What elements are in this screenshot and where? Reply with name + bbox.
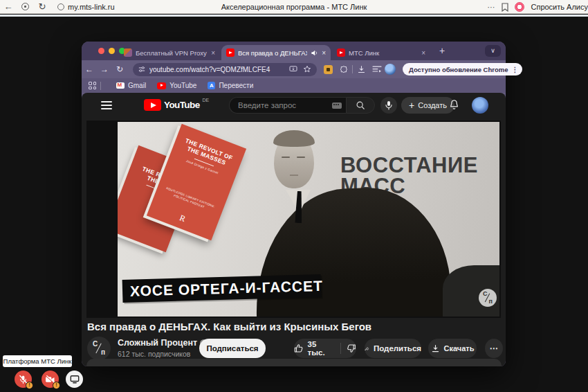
chrome-back-icon[interactable]: ← xyxy=(82,64,97,74)
tab-close-icon[interactable]: × xyxy=(421,49,425,57)
chrome-url[interactable]: youtube.com/watch?v=QDMZfMLCFE4 xyxy=(149,66,286,73)
outer-back-icon[interactable]: ← xyxy=(0,0,17,14)
search-icon xyxy=(356,100,365,110)
tab-label: Вся правда о ДЕНЬГАХ. xyxy=(238,49,307,57)
tab-youtube-video[interactable]: Вся правда о ДЕНЬГАХ. × xyxy=(221,45,331,60)
chrome-forward-icon[interactable]: → xyxy=(97,64,112,74)
more-actions-button[interactable]: ⋯ xyxy=(485,339,503,358)
chrome-address-bar[interactable]: youtube.com/watch?v=QDMZfMLCFE4 xyxy=(133,63,317,76)
apps-grid-icon[interactable] xyxy=(89,82,96,89)
chrome-reload-icon[interactable]: ↻ xyxy=(112,64,127,74)
extensions-puzzle-icon[interactable] xyxy=(339,65,348,74)
outer-address-bar[interactable]: my.mts-link.ru xyxy=(57,3,115,11)
video-frame: ВОССТАНИЕ МАСС THE REVOLTTHE MA THE REVO… xyxy=(118,122,499,317)
create-label: Создать xyxy=(418,101,447,109)
channel-row: С п Сложный Процент ✓ 612 тыс. подписчик… xyxy=(82,337,506,362)
search-input[interactable] xyxy=(229,97,346,114)
create-button[interactable]: + Создать xyxy=(401,97,454,114)
profile-avatar[interactable] xyxy=(472,97,488,114)
bell-icon xyxy=(449,99,459,111)
voice-search-button[interactable] xyxy=(380,97,397,114)
channel-name[interactable]: Сложный Процент ✓ xyxy=(118,338,208,348)
youtube-play-icon xyxy=(144,99,161,111)
media-controls-icon[interactable] xyxy=(372,65,382,73)
outer-browser-toolbar: ← ↻ my.mts-link.ru Акселерационная прогр… xyxy=(0,0,588,14)
description-box-edge[interactable] xyxy=(86,359,502,366)
chrome-profile-avatar[interactable] xyxy=(385,64,396,75)
page-title: Акселерационная программа - МТС Линк xyxy=(221,3,367,11)
share-button[interactable]: Поделиться xyxy=(365,339,421,358)
microphone-off-button[interactable]: ! xyxy=(15,371,32,388)
bookmark-youtube[interactable]: YouTube xyxy=(157,82,196,89)
notifications-button[interactable] xyxy=(449,99,459,111)
alice-assistant-icon[interactable] xyxy=(515,2,524,12)
keyboard-icon[interactable] xyxy=(332,103,342,109)
tab-mts-link[interactable]: МТС Линк × xyxy=(332,45,430,60)
tab-audio-icon[interactable] xyxy=(311,49,318,57)
outer-menu-icon[interactable]: ⋯ xyxy=(487,3,495,12)
bookmarks-separator xyxy=(100,82,101,90)
download-icon xyxy=(431,344,440,353)
chrome-tab-strip: Бесплатный VPN Proxy - VP × Вся правда о… xyxy=(82,42,506,60)
gmail-icon xyxy=(116,82,125,89)
adblock-extension-icon[interactable] xyxy=(324,65,333,74)
plus-icon: + xyxy=(409,100,414,111)
translate-icon xyxy=(208,82,215,89)
toolbar-separator xyxy=(352,65,353,73)
like-count: 35 тыс. xyxy=(308,340,336,357)
youtube-region-code: DE xyxy=(203,98,210,103)
subscribe-button[interactable]: Подписаться xyxy=(199,339,266,358)
screen: ← ↻ my.mts-link.ru Акселерационная прогр… xyxy=(0,0,588,392)
mts-tab-favicon xyxy=(337,48,345,57)
bookmark-label: YouTube xyxy=(169,82,196,89)
site-settings-icon[interactable] xyxy=(138,66,145,73)
outer-reload-icon[interactable]: ↻ xyxy=(34,0,50,14)
youtube-logo[interactable]: YouTube DE xyxy=(144,99,209,111)
speaker-portrait xyxy=(274,132,314,188)
youtube-page: YouTube DE + Созда xyxy=(82,93,506,366)
tab-search-chevron-icon[interactable]: ∨ xyxy=(485,45,501,57)
chrome-toolbar: ← → ↻ youtube.com/watch?v=QDMZfMLCFE4 xyxy=(82,60,506,78)
tab-vpn-proxy[interactable]: Бесплатный VPN Proxy - VP × xyxy=(119,45,220,60)
outer-url[interactable]: my.mts-link.ru xyxy=(68,3,115,11)
chrome-menu-kebab-icon[interactable]: ⋮ xyxy=(511,66,518,73)
mac-minimize-button[interactable] xyxy=(109,48,115,54)
bookmark-gmail[interactable]: Gmail xyxy=(116,82,146,89)
hamburger-menu-icon[interactable] xyxy=(101,101,112,109)
new-tab-button[interactable]: + xyxy=(436,44,448,57)
mic-icon xyxy=(385,100,393,110)
video-player[interactable]: ВОССТАНИЕ МАСС THE REVOLTTHE MA THE REVO… xyxy=(86,121,501,318)
youtube-icon xyxy=(157,82,166,89)
alice-assistant-label[interactable]: Спросить Алису xyxy=(531,3,588,11)
share-icon xyxy=(365,344,369,353)
camera-off-button[interactable]: ! xyxy=(42,371,59,388)
shared-chrome-window: Бесплатный VPN Proxy - VP × Вся правда о… xyxy=(82,42,506,366)
tab-close-icon[interactable]: × xyxy=(322,49,326,57)
tab-close-icon[interactable]: × xyxy=(211,49,215,57)
bookmark-icon[interactable] xyxy=(502,3,508,12)
screenshare-button[interactable] xyxy=(66,371,83,388)
tab-label: МТС Линк xyxy=(349,49,418,57)
bookmark-translate[interactable]: Перевести xyxy=(208,82,253,89)
youtube-tab-favicon xyxy=(226,48,235,57)
chrome-update-label: Доступно обновление Chrome xyxy=(409,66,508,73)
camera-warning-badge: ! xyxy=(53,382,60,389)
channel-avatar[interactable]: С п xyxy=(87,337,111,360)
search-button[interactable] xyxy=(346,97,375,114)
download-button[interactable]: Скачать xyxy=(428,339,477,358)
chrome-update-button[interactable]: Доступно обновление Chrome ⋮ xyxy=(403,63,522,75)
bookmark-star-icon[interactable] xyxy=(303,65,311,73)
thumbs-down-icon[interactable] xyxy=(347,344,356,353)
downloads-icon[interactable] xyxy=(357,65,366,74)
thumbs-up-icon[interactable] xyxy=(294,344,304,353)
youtube-header: YouTube DE + Созда xyxy=(82,93,506,118)
search-area xyxy=(229,97,375,114)
save-to-device-icon[interactable] xyxy=(289,66,297,73)
mac-close-button[interactable] xyxy=(98,48,104,54)
bookmarks-bar: Gmail YouTube Перевести xyxy=(82,78,506,93)
like-dislike-buttons[interactable]: 35 тыс. xyxy=(294,339,356,358)
site-info-icon[interactable] xyxy=(57,3,64,10)
vpn-tab-favicon xyxy=(124,48,132,57)
youtube-wordmark: YouTube xyxy=(164,99,200,111)
outer-home-icon[interactable] xyxy=(21,3,29,10)
